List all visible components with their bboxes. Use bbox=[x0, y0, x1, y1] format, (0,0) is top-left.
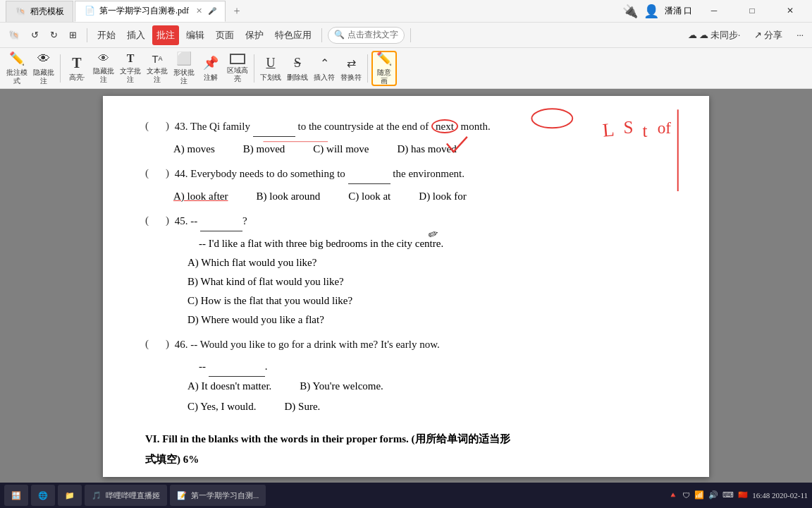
shell-icon: 🐚 bbox=[15, 6, 26, 17]
footnote-button[interactable]: 📌 注解 bbox=[198, 51, 223, 86]
q46-subtext: -- . bbox=[145, 357, 667, 377]
plugin-icon[interactable]: 🔌 bbox=[622, 4, 638, 19]
q46-text: 46. -- Would you like to go for a drink … bbox=[172, 335, 667, 354]
tab-shell-template[interactable]: 🐚 稻壳模板 bbox=[6, 1, 73, 22]
freehand-button[interactable]: ✏️ 随意画 bbox=[371, 51, 397, 86]
user-avatar-icon[interactable]: 👤 bbox=[644, 4, 659, 19]
shape-icon: ⬜ bbox=[176, 51, 192, 66]
q46-optC: C) Yes, I would. bbox=[187, 397, 257, 416]
section6: VI. Fill in the blanks with the words in… bbox=[145, 430, 667, 466]
tb-sep3 bbox=[367, 54, 368, 83]
tray-icon6: 🇨🇳 bbox=[738, 490, 748, 500]
taskbar-start[interactable]: 🪟 bbox=[4, 485, 28, 506]
area-highlight-icon bbox=[230, 54, 245, 64]
q45-subtext: -- I'd like a flat with three big bedroo… bbox=[145, 234, 667, 253]
replace-symbol-button[interactable]: ⇄ 替换符 bbox=[338, 51, 364, 86]
share-icon: ↗ bbox=[754, 30, 762, 41]
edit-menu[interactable]: 编辑 bbox=[182, 25, 209, 45]
explorer-icon: 📁 bbox=[65, 491, 75, 500]
hide-comment-button[interactable]: 👁 隐藏批注 bbox=[31, 51, 56, 86]
q46-options: A) It doesn't matter. B) You're welcome. bbox=[145, 377, 667, 396]
undo-button[interactable]: ↺ bbox=[27, 25, 43, 45]
area-highlight-button[interactable]: 区域高亮 bbox=[225, 51, 250, 86]
separator2 bbox=[321, 28, 322, 42]
freehand-icon: ✏️ bbox=[376, 51, 393, 66]
insert-menu[interactable]: 插入 bbox=[123, 25, 149, 45]
tray-icon3: 📶 bbox=[694, 490, 704, 500]
underline-icon: U bbox=[262, 54, 279, 71]
q45-optB: B) What kind of flat would you like? bbox=[187, 272, 667, 291]
add-tab-button[interactable]: + bbox=[227, 1, 247, 21]
tray-icon2: 🛡 bbox=[682, 491, 690, 500]
toolbar-row2: ✏️ 批注模式 👁 隐藏批注 T 高亮· 👁 隐藏批注 T 文字批注 TA 文本… bbox=[0, 48, 812, 89]
shape-button[interactable]: ⬜ 形状批注 bbox=[171, 51, 197, 86]
page-menu[interactable]: 页面 bbox=[211, 25, 238, 45]
taskbar-explorer[interactable]: 📁 bbox=[58, 485, 82, 506]
word-comment-button[interactable]: T 文字批注 bbox=[118, 51, 143, 86]
underline-button[interactable]: U 下划线 bbox=[258, 51, 283, 86]
tab2-close-icon[interactable]: ✕ bbox=[196, 6, 202, 16]
tab-pdf[interactable]: 📄 第一学期学习自测卷.pdf ✕ 🎤 bbox=[75, 1, 226, 22]
taskbar-browser[interactable]: 🌐 bbox=[31, 485, 55, 506]
area-highlight-label: 区域高亮 bbox=[226, 66, 249, 83]
share-button[interactable]: ↗ 分享 bbox=[750, 25, 787, 45]
search-label: 点击查找文字 bbox=[347, 29, 398, 41]
file-icon: 🐚 bbox=[8, 30, 20, 41]
home-menu[interactable]: 开始 bbox=[93, 25, 120, 45]
hide-comment2-button[interactable]: 👁 隐藏批注 bbox=[91, 51, 116, 86]
hide-comment-icon: 👁 bbox=[35, 52, 52, 66]
view-grid-button[interactable]: ⊞ bbox=[65, 25, 81, 45]
title-bar: 🐚 稻壳模板 📄 第一学期学习自测卷.pdf ✕ 🎤 + 🔌 👤 潘涌 口 ─ … bbox=[0, 0, 812, 23]
minimize-button[interactable]: ─ bbox=[698, 0, 730, 23]
batch-comment-icon: ✏️ bbox=[8, 51, 25, 66]
taskbar-music[interactable]: 🎵 哔哩哔哩直播姬 bbox=[85, 485, 167, 506]
q44-text: 44. Everybody needs to do something to t… bbox=[172, 164, 667, 184]
sync-label: ☁ 未同步· bbox=[699, 29, 741, 42]
search-box[interactable]: 🔍 点击查找文字 bbox=[328, 27, 405, 44]
more-button[interactable]: ··· bbox=[792, 25, 808, 45]
word-comment-icon: T bbox=[122, 52, 139, 65]
pdf-icon: 📄 bbox=[84, 6, 95, 17]
music-icon: 🎵 bbox=[92, 491, 102, 500]
pdf-container[interactable]: L S t of ✏ ( ) 43. The Qi family to the … bbox=[0, 89, 812, 483]
cloud-icon: ☁ bbox=[688, 30, 697, 41]
tb-sep1 bbox=[60, 54, 61, 83]
file-menu-button[interactable]: 🐚 bbox=[4, 25, 24, 45]
question-46: ( ) 46. -- Would you like to go for a dr… bbox=[145, 335, 667, 354]
pdf-page: L S t of ✏ ( ) 43. The Qi family to the … bbox=[103, 96, 709, 477]
batch-comment-button[interactable]: ✏️ 批注模式 bbox=[4, 51, 30, 86]
hide-comment2-icon: 👁 bbox=[95, 52, 112, 65]
q45-bracket-close: ) bbox=[166, 212, 169, 229]
q45-options: A) Which flat would you like? B) What ki… bbox=[145, 253, 667, 329]
cloud-sync-button[interactable]: ☁ ☁ 未同步· bbox=[684, 25, 745, 45]
tb-sep2 bbox=[254, 54, 254, 83]
q45-optD: D) Where would you like a flat? bbox=[187, 310, 667, 329]
strikethrough-button[interactable]: S 删除线 bbox=[285, 51, 310, 86]
q45-optC: C) How is the flat that you would like? bbox=[187, 291, 667, 310]
question-43: ( ) 43. The Qi family to the countryside… bbox=[145, 117, 667, 137]
q44-optD: D) look for bbox=[419, 187, 467, 206]
taskbar-word[interactable]: 📝 第一学期学习自测... bbox=[170, 485, 266, 506]
tab-group: 🐚 稻壳模板 📄 第一学期学习自测卷.pdf ✕ 🎤 + bbox=[6, 0, 247, 23]
q46-blank-answer bbox=[152, 335, 166, 352]
browser-icon: 🌐 bbox=[38, 491, 48, 500]
text-style-button[interactable]: TA 文本批注 bbox=[144, 51, 170, 86]
strikethrough-label: 删除线 bbox=[287, 73, 308, 82]
special-menu[interactable]: 特色应用 bbox=[271, 25, 316, 45]
batch-comment-label: 批注模式 bbox=[6, 68, 28, 85]
maximize-button[interactable]: □ bbox=[736, 0, 768, 23]
q46-options2: C) Yes, I would. D) Sure. bbox=[145, 397, 667, 416]
question-44: ( ) 44. Everybody needs to do something … bbox=[145, 164, 667, 184]
protect-menu[interactable]: 保护 bbox=[241, 25, 268, 45]
taskbar-right: 🔺 🛡 📶 🔊 ⌨ 🇨🇳 16:48 2020-02-11 bbox=[668, 490, 808, 500]
insert-symbol-button[interactable]: ⌃ 插入符 bbox=[312, 51, 337, 86]
text-comment-button[interactable]: T 高亮· bbox=[64, 51, 90, 86]
comment-menu[interactable]: 批注 bbox=[152, 25, 179, 45]
q45-bracket-open: ( bbox=[145, 212, 149, 229]
q44-bracket-close: ) bbox=[166, 164, 169, 181]
redo-button[interactable]: ↻ bbox=[46, 25, 62, 45]
tray-icon4: 🔊 bbox=[708, 490, 718, 500]
q43-optD: D) has moved bbox=[398, 140, 457, 159]
close-button[interactable]: ✕ bbox=[774, 0, 806, 23]
taskbar: 🪟 🌐 📁 🎵 哔哩哔哩直播姬 📝 第一学期学习自测... 🔺 🛡 📶 🔊 ⌨ … bbox=[0, 483, 812, 508]
